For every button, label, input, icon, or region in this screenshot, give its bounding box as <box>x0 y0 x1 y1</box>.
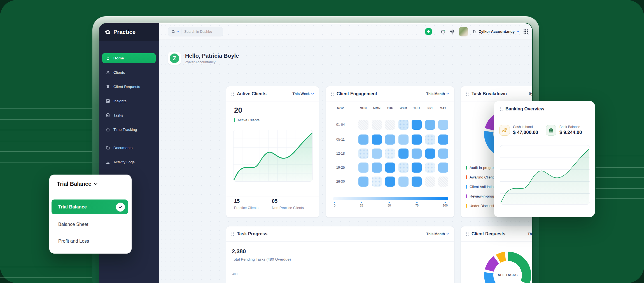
practice-clients-stat: 15 Practice Clients <box>234 198 258 210</box>
heatmap-cell <box>412 134 422 145</box>
sidebar-item-label: Tasks <box>113 113 123 117</box>
drag-handle-icon[interactable] <box>331 92 334 96</box>
topbar-actions: Zylker Accountancy <box>425 23 528 40</box>
search-icon[interactable] <box>168 30 181 34</box>
sidebar-item-label: Client Requests <box>113 85 140 89</box>
deco-line <box>596 167 644 168</box>
active-clients-filter[interactable]: This Week <box>292 92 314 96</box>
active-clients-area-chart <box>233 130 313 182</box>
heatmap-cell <box>398 149 409 159</box>
option-trial-balance[interactable]: Trial Balance <box>52 200 128 214</box>
sidebar-item-documents[interactable]: Documents <box>102 143 156 153</box>
app-name: Practice <box>113 29 136 35</box>
heatmap-divider <box>326 192 454 192</box>
heatmap-cell <box>425 149 435 159</box>
legend-label: Audit-in-progress <box>470 166 497 170</box>
bank-icon <box>546 125 556 136</box>
check-icon <box>116 203 125 212</box>
chevron-down-icon <box>311 93 314 95</box>
heatmap-month-label: NOV <box>337 106 344 110</box>
heatmap-divider <box>326 115 454 115</box>
org-name: Zylker Accountancy <box>479 29 515 34</box>
heatmap-cell <box>398 134 409 145</box>
legend-tick <box>234 118 235 122</box>
popup-title-dropdown[interactable]: Trial Balance <box>49 175 132 192</box>
scale-tick: 100 <box>443 202 448 207</box>
sidebar-item-insights[interactable]: Insights <box>102 96 156 106</box>
dashboard-content: Z Hello, Patricia Boyle Zylker Accountan… <box>159 40 532 283</box>
heatmap-day-header: TUE <box>387 106 393 110</box>
drag-handle-icon[interactable] <box>466 232 469 236</box>
heatmap-day-header: SUN <box>360 106 367 110</box>
task-progress-filter[interactable]: This Month <box>426 232 449 236</box>
heatmap-cell <box>372 134 382 145</box>
sidebar-item-clients[interactable]: Clients <box>102 68 156 77</box>
heatmap-cell <box>398 120 409 130</box>
deco-line <box>0 141 92 141</box>
drag-handle-icon[interactable] <box>231 232 234 236</box>
heatmap-cell <box>358 163 368 173</box>
user-icon <box>106 70 110 75</box>
deco-line <box>596 188 644 189</box>
client-requests-filter[interactable]: This Week <box>528 232 532 236</box>
users-icon <box>106 84 110 89</box>
legend-tick <box>466 166 467 170</box>
active-clients-card: Active Clients This Week 20 Active Clien… <box>226 86 319 218</box>
heatmap-cell <box>412 177 422 187</box>
heatmap-row-label: 01-04 <box>336 123 345 127</box>
sidebar-item-activity-logs[interactable]: Activity Logs <box>102 157 156 167</box>
chevron-down-icon <box>176 31 179 33</box>
add-button[interactable] <box>425 28 432 35</box>
heatmap-cell <box>372 177 382 187</box>
topbar-divider <box>436 29 436 35</box>
sidebar-item-label: Documents <box>113 146 132 150</box>
heatmap-cell <box>425 163 435 173</box>
donut-center-label: ALL TASKS <box>481 249 532 283</box>
heatmap-row-label: 12-18 <box>336 152 345 156</box>
heatmap-cell <box>438 134 448 145</box>
chevron-down-icon <box>447 233 449 235</box>
heatmap-cell <box>372 149 382 159</box>
heatmap-cell <box>412 149 422 159</box>
heatmap-cell <box>412 163 422 173</box>
heatmap-cell <box>438 163 448 173</box>
deco-line <box>0 130 92 130</box>
sidebar-item-tasks[interactable]: Tasks <box>102 110 156 120</box>
card-title: Client Engagement <box>337 91 377 96</box>
bank-balance-tile: Bank Balance $ 9.244.00 <box>546 125 582 136</box>
search-box[interactable] <box>168 27 223 36</box>
deco-line <box>0 162 92 163</box>
task-breakdown-filter[interactable]: By Status <box>529 92 532 96</box>
non-practice-clients-stat: 05 Non-Practice Clients <box>272 198 304 210</box>
sidebar-item-time-tracking[interactable]: Time Tracking <box>102 125 156 134</box>
stopwatch-icon <box>106 127 110 132</box>
option-profit-and-loss[interactable]: Profit and Loss <box>58 238 89 244</box>
gear-icon[interactable] <box>450 29 455 34</box>
tasks-icon <box>106 113 110 118</box>
org-switcher[interactable]: Zylker Accountancy <box>472 29 519 34</box>
org-icon <box>472 29 477 34</box>
drag-handle-icon[interactable] <box>231 92 234 96</box>
sidebar-item-label: Insights <box>113 99 127 103</box>
refresh-icon[interactable] <box>440 29 445 34</box>
deco-line <box>0 151 92 152</box>
search-input[interactable] <box>181 30 215 34</box>
banking-overview-card: Banking Overview Cash in hand $ 47,000.0… <box>494 101 595 217</box>
heatmap-cell <box>398 177 409 187</box>
practice-logo-icon <box>104 29 111 35</box>
drag-handle-icon[interactable] <box>500 107 503 111</box>
heatmap-cell <box>425 120 435 130</box>
deco-line <box>0 108 92 109</box>
deco-line <box>0 119 92 120</box>
heatmap-cell <box>385 177 395 187</box>
user-avatar[interactable] <box>459 27 468 36</box>
scale-tick: 50 <box>388 202 391 207</box>
sidebar-item-home[interactable]: Home <box>102 53 156 63</box>
heatmap-cell <box>358 134 368 145</box>
sidebar-item-client-requests[interactable]: Client Requests <box>102 82 156 92</box>
client-engagement-filter[interactable]: This Month <box>426 92 449 96</box>
drag-handle-icon[interactable] <box>466 92 469 96</box>
option-balance-sheet[interactable]: Balance Sheet <box>58 222 88 227</box>
dashboard-window: Practice HomeClientsClient RequestsInsig… <box>99 23 532 283</box>
apps-grid-icon[interactable] <box>523 29 528 34</box>
